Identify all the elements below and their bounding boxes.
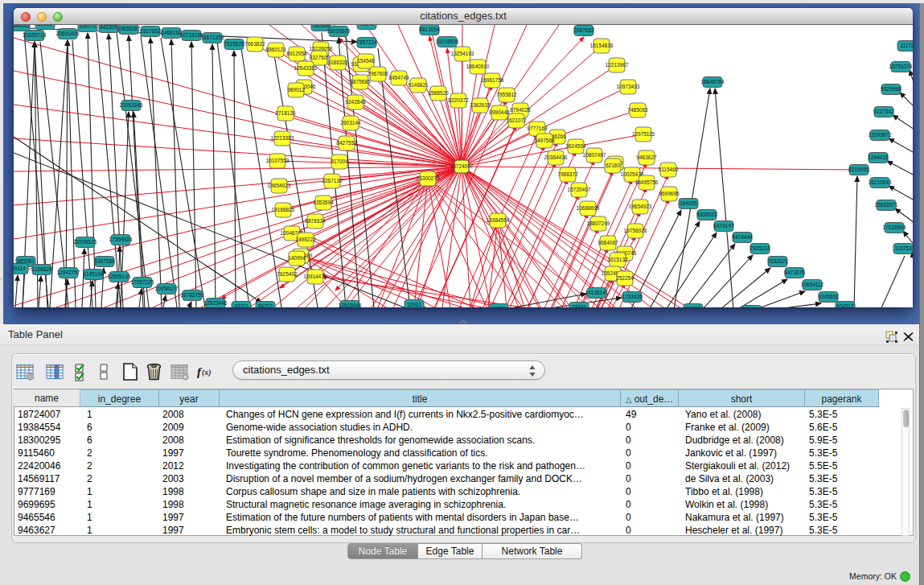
svg-text:7663822: 7663822 (244, 41, 265, 47)
svg-text:16914479: 16914479 (304, 274, 327, 279)
svg-text:8860123: 8860123 (265, 47, 286, 52)
svg-text:12505135: 12505135 (108, 274, 131, 279)
svg-text:7485063: 7485063 (627, 107, 648, 113)
svg-text:9146821: 9146821 (408, 82, 429, 88)
svg-text:7955812: 7955812 (496, 92, 517, 97)
svg-text:1353594: 1353594 (313, 200, 334, 205)
svg-text:16154838: 16154838 (590, 43, 614, 48)
svg-text:10931: 10931 (407, 302, 421, 307)
svg-text:7857224: 7857224 (356, 39, 377, 45)
svg-text:2087682: 2087682 (573, 27, 594, 33)
svg-text:73321: 73321 (572, 304, 586, 307)
svg-text:16671355: 16671355 (201, 35, 224, 40)
svg-text:10654112: 10654112 (801, 282, 824, 287)
svg-text:7515526: 7515526 (224, 41, 244, 47)
svg-text:20691406: 20691406 (56, 31, 80, 36)
svg-text:1362615: 1362615 (470, 102, 491, 108)
svg-text:19654923: 19654923 (268, 183, 291, 188)
svg-text:9242848: 9242848 (345, 99, 366, 105)
svg-text:2967608: 2967608 (368, 71, 388, 76)
svg-text:20931: 20931 (38, 25, 52, 27)
svg-text:12923446: 12923446 (339, 303, 362, 307)
svg-text:8990448: 8990448 (489, 109, 510, 115)
svg-text:154546: 154546 (357, 58, 375, 64)
svg-text:140994: 140994 (288, 255, 306, 261)
svg-text:9115460: 9115460 (659, 167, 679, 172)
svg-text:12975115: 12975115 (632, 131, 655, 137)
svg-text:18724007: 18724007 (450, 163, 474, 169)
svg-text:1615132: 1615132 (607, 257, 628, 262)
svg-text:1498222: 1498222 (295, 237, 316, 242)
svg-text:8471676: 8471676 (784, 270, 805, 275)
svg-text:3624554: 3624554 (565, 143, 586, 149)
svg-text:19654923: 19654923 (629, 204, 652, 209)
svg-text:17359924: 17359924 (109, 237, 133, 242)
svg-text:109771: 109771 (79, 25, 97, 29)
svg-text:989012: 989012 (287, 87, 305, 93)
svg-text:10719155: 10719155 (180, 32, 203, 38)
svg-text:16107553: 16107553 (266, 158, 290, 163)
svg-text:8912954: 8912954 (286, 51, 307, 56)
svg-text:8813054: 8813054 (419, 27, 440, 32)
svg-text:843305: 843305 (100, 25, 117, 30)
svg-text:8215955: 8215955 (848, 167, 869, 172)
svg-text:11172: 11172 (900, 43, 913, 48)
svg-text:16648784: 16648784 (701, 79, 725, 84)
svg-text:39114: 39114 (14, 266, 26, 271)
svg-text:23300275: 23300275 (417, 175, 440, 181)
svg-text:10958107: 10958107 (155, 286, 179, 291)
svg-text:16961758: 16961758 (481, 77, 504, 83)
svg-text:1527602: 1527602 (140, 28, 161, 34)
svg-text:252254: 252254 (616, 275, 634, 281)
svg-text:8427552: 8427552 (336, 140, 357, 146)
svg-text:12923446: 12923446 (204, 300, 228, 306)
svg-text:1244415: 1244415 (868, 154, 889, 160)
svg-text:1156829: 1156829 (32, 266, 52, 272)
svg-text:9463627: 9463627 (636, 154, 657, 160)
svg-text:12093872: 12093872 (869, 132, 892, 138)
svg-text:1733426: 1733426 (622, 294, 643, 299)
svg-text:9245652: 9245652 (818, 294, 839, 299)
svg-text:20053346: 20053346 (120, 102, 143, 108)
svg-text:18640910: 18640910 (466, 64, 490, 69)
svg-text:3267130: 3267130 (322, 178, 343, 183)
svg-text:20206526: 20206526 (74, 239, 97, 245)
svg-text:62160: 62160 (606, 163, 620, 168)
svg-text:12213967: 12213967 (606, 62, 629, 68)
svg-text:14136141: 14136141 (585, 290, 609, 295)
svg-text:15751074: 15751074 (889, 64, 913, 69)
svg-text:15720407: 15720407 (568, 187, 591, 192)
svg-text:6794028: 6794028 (510, 107, 531, 113)
svg-text:78572: 78572 (359, 25, 374, 27)
svg-text:16782759: 16782759 (181, 292, 204, 298)
svg-text:10807487: 10807487 (583, 152, 606, 158)
svg-text:1621072: 1621072 (506, 117, 527, 123)
svg-text:924512: 924512 (836, 303, 854, 307)
svg-text:7625402: 7625402 (277, 271, 298, 277)
svg-text:10655287: 10655287 (117, 26, 141, 31)
svg-text:84712: 84712 (258, 303, 273, 307)
svg-text:8454749: 8454749 (388, 75, 409, 80)
svg-text:6497568: 6497568 (534, 138, 555, 143)
svg-text:15692971: 15692971 (875, 202, 898, 208)
svg-text:(x): (x) (202, 368, 211, 377)
svg-text:19384554: 19384554 (487, 217, 510, 223)
svg-text:9699695: 9699695 (659, 191, 680, 196)
svg-text:817004: 817004 (331, 159, 348, 164)
svg-text:8186328: 8186328 (327, 60, 348, 65)
svg-text:18495756: 18495756 (635, 179, 659, 185)
svg-text:21055724: 21055724 (23, 32, 47, 38)
svg-text:9684067: 9684067 (598, 240, 618, 245)
svg-text:9327505: 9327505 (309, 55, 330, 60)
svg-text:18807249: 18807249 (587, 220, 610, 226)
svg-text:8878334: 8878334 (305, 218, 326, 224)
svg-text:19756928: 19756928 (624, 228, 647, 233)
svg-text:3875685: 3875685 (350, 79, 371, 84)
svg-text:94113: 94113 (686, 306, 700, 307)
svg-text:93211: 93211 (234, 303, 248, 307)
svg-text:116753: 116753 (894, 245, 912, 251)
svg-text:2935114: 2935114 (750, 245, 770, 251)
svg-text:12942757: 12942757 (57, 270, 80, 275)
svg-text:19218506: 19218506 (436, 39, 459, 44)
svg-text:10688609: 10688609 (577, 205, 600, 211)
